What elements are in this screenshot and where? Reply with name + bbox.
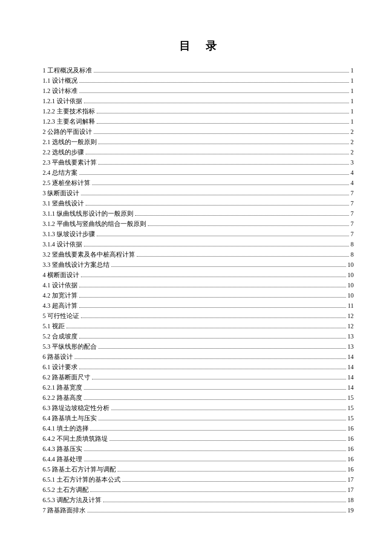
toc-entry-page: 14 xyxy=(348,352,354,362)
toc-leader-dots xyxy=(81,312,346,318)
toc-entry: 2 公路的平面设计2 xyxy=(43,127,354,137)
toc-entry-page: 16 xyxy=(348,444,354,454)
toc-leader-dots xyxy=(84,394,346,400)
toc-entry-page: 12 xyxy=(348,321,354,331)
toc-leader-dots xyxy=(75,353,346,359)
toc-entry-label: 3.1.4 设计依据 xyxy=(43,239,82,249)
toc-leader-dots xyxy=(79,169,349,175)
toc-leader-dots xyxy=(79,281,346,288)
toc-leader-dots xyxy=(94,128,349,134)
toc-entry-page: 17 xyxy=(348,474,354,485)
toc-leader-dots xyxy=(148,220,349,226)
toc-entry-label: 4 横断面设计 xyxy=(43,270,79,280)
toc-entry-label: 6 路基设计 xyxy=(43,352,73,362)
toc-entry: 3.3 竖曲线设计方案总结10 xyxy=(43,260,354,270)
toc-leader-dots xyxy=(81,189,349,196)
toc-entry-page: 8 xyxy=(351,239,354,249)
toc-entry: 3.1.1 纵曲线线形设计的一般原则7 xyxy=(43,208,354,219)
toc-entry: 1.1 设计概况1 xyxy=(43,75,354,86)
toc-entry-label: 5.1 视距 xyxy=(43,321,65,331)
toc-entry-label: 2.4 总结方案 xyxy=(43,168,78,178)
toc-entry: 5.3 平纵线形的配合13 xyxy=(43,341,354,352)
toc-entry: 4 横断面设计10 xyxy=(43,270,354,280)
toc-entry-label: 3.1.3 纵坡设计步骤 xyxy=(43,229,95,239)
toc-leader-dots xyxy=(135,210,349,216)
toc-entry-page: 1 xyxy=(351,116,354,127)
toc-entry: 4.3 超高计算11 xyxy=(43,301,354,311)
toc-entry-label: 3.1.1 纵曲线线形设计的一般原则 xyxy=(43,208,133,219)
toc-entry: 1.2.2 主要技术指标1 xyxy=(43,106,354,116)
toc-leader-dots xyxy=(79,77,349,83)
toc-entry-label: 6.4.2 不同土质填筑路堤 xyxy=(43,434,108,444)
toc-entry-label: 1.2.1 设计依据 xyxy=(43,96,82,106)
toc-entry: 4.1 设计依据10 xyxy=(43,280,354,290)
toc-entry-page: 2 xyxy=(351,127,354,137)
toc-entry-page: 16 xyxy=(348,464,354,474)
toc-leader-dots xyxy=(86,148,349,155)
toc-entry: 2.5 逐桩坐标计算4 xyxy=(43,178,354,188)
toc-entry-page: 10 xyxy=(348,270,354,280)
toc-leader-dots xyxy=(79,302,346,308)
toc-entry-page: 1 xyxy=(351,106,354,116)
toc-leader-dots xyxy=(81,271,346,278)
toc-leader-dots xyxy=(90,425,346,431)
toc-leader-dots xyxy=(97,118,349,124)
toc-entry: 2.2 选线的步骤2 xyxy=(43,147,354,157)
toc-entry: 6.4.1 填土的选择16 xyxy=(43,423,354,434)
toc-entry-page: 10 xyxy=(348,260,354,270)
toc-leader-dots xyxy=(87,506,346,513)
toc-entry-page: 16 xyxy=(348,423,354,434)
toc-leader-dots xyxy=(111,404,346,410)
toc-entry-page: 17 xyxy=(348,485,354,495)
toc-entry-page: 7 xyxy=(351,208,354,219)
toc-entry: 3.2 竖曲线要素及各中桩高程计算8 xyxy=(43,249,354,260)
toc-entry: 6.4.2 不同土质填筑路堤16 xyxy=(43,434,354,444)
toc-container: 1 工程概况及标准11.1 设计概况11.2 设计标准11.2.1 设计依据11… xyxy=(43,65,354,515)
toc-entry: 3 纵断面设计7 xyxy=(43,188,354,198)
toc-entry: 3.1.4 设计依据8 xyxy=(43,239,354,249)
toc-entry-page: 1 xyxy=(351,65,354,75)
toc-leader-dots xyxy=(98,138,349,145)
toc-leader-dots xyxy=(79,292,346,298)
toc-entry-label: 3.1.2 平曲线与竖曲线的组合一般原则 xyxy=(43,219,146,229)
toc-entry-page: 18 xyxy=(348,495,354,505)
toc-entry-page: 3 xyxy=(351,157,354,168)
toc-entry: 7 路基路面排水19 xyxy=(43,505,354,515)
toc-entry-page: 14 xyxy=(348,382,354,393)
toc-entry-page: 19 xyxy=(348,505,354,515)
toc-entry: 6.5.3 调配方法及计算18 xyxy=(43,495,354,505)
toc-entry: 1 工程概况及标准1 xyxy=(43,65,354,75)
toc-entry-page: 12 xyxy=(348,311,354,321)
toc-leader-dots xyxy=(84,384,346,390)
toc-entry: 4.2 加宽计算10 xyxy=(43,290,354,301)
toc-entry-label: 6.1 设计要求 xyxy=(43,362,78,372)
toc-entry-label: 5 可行性论证 xyxy=(43,311,79,321)
toc-entry: 6.1 设计要求14 xyxy=(43,362,354,372)
toc-leader-dots xyxy=(137,251,349,257)
toc-leader-dots xyxy=(97,230,349,237)
toc-entry-label: 6.4.4 路基处理 xyxy=(43,454,82,464)
toc-entry-label: 2.2 选线的步骤 xyxy=(43,147,84,157)
toc-leader-dots xyxy=(118,465,346,472)
toc-entry-page: 15 xyxy=(348,413,354,423)
toc-entry-page: 8 xyxy=(351,249,354,260)
toc-entry: 6.4.3 路基压实16 xyxy=(43,444,354,454)
toc-entry-label: 5.3 平纵线形的配合 xyxy=(43,341,97,352)
toc-entry-page: 10 xyxy=(348,290,354,301)
toc-entry-label: 1 工程概况及标准 xyxy=(43,65,92,75)
toc-entry: 5.2 合成坡度13 xyxy=(43,331,354,341)
toc-entry: 6.4.4 路基处理16 xyxy=(43,454,354,464)
toc-entry: 2.4 总结方案4 xyxy=(43,168,354,178)
toc-entry-page: 15 xyxy=(348,393,354,403)
toc-entry-page: 16 xyxy=(348,454,354,464)
toc-entry: 3.1 竖曲线设计7 xyxy=(43,198,354,208)
toc-leader-dots xyxy=(98,159,349,165)
toc-entry-page: 2 xyxy=(351,137,354,147)
toc-leader-dots xyxy=(84,240,349,247)
toc-entry-label: 1.2.2 主要技术指标 xyxy=(43,106,95,116)
toc-leader-dots xyxy=(122,476,346,482)
toc-entry-label: 6.5.3 调配方法及计算 xyxy=(43,495,101,505)
toc-leader-dots xyxy=(98,414,346,421)
toc-entry-label: 4.1 设计依据 xyxy=(43,280,78,290)
toc-entry: 6.2.1 路基宽度14 xyxy=(43,382,354,393)
